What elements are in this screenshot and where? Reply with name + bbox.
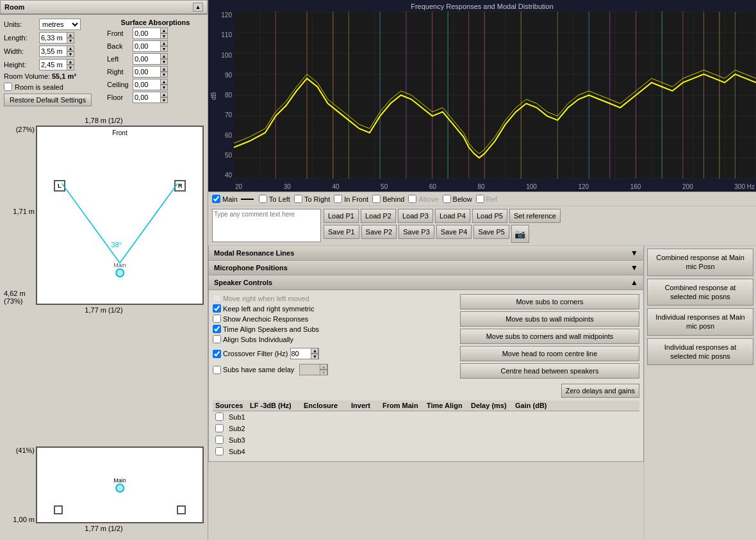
sub2-label: Sub2 — [229, 425, 254, 432]
individual-main-button[interactable]: Individual responses at Main mic posn — [647, 308, 753, 336]
height-down[interactable]: ▼ — [67, 65, 74, 70]
ceiling-down[interactable]: ▼ — [160, 85, 168, 90]
height-row: Height: ▲ ▼ — [4, 59, 101, 70]
right-up[interactable]: ▲ — [160, 66, 168, 72]
length-up[interactable]: ▲ — [67, 32, 74, 38]
comment-textarea[interactable] — [212, 209, 321, 242]
behind-checkbox[interactable] — [372, 195, 381, 203]
left-up[interactable]: ▲ — [160, 53, 168, 59]
width-up[interactable]: ▲ — [67, 45, 74, 51]
left-panel: Room ▲ Units: metres feet Length: — [0, 0, 208, 540]
time-align-checkbox[interactable] — [213, 325, 221, 333]
combined-main-button[interactable]: Combined response at Main mic Posn — [647, 249, 753, 276]
back-up[interactable]: ▲ — [160, 40, 168, 46]
col-enclosure: Enclosure — [304, 402, 349, 409]
load-p5-button[interactable]: Load P5 — [472, 209, 507, 223]
front-input[interactable] — [135, 29, 160, 37]
ref-checkbox[interactable] — [476, 195, 484, 203]
above-checkbox[interactable] — [408, 195, 416, 203]
back-down[interactable]: ▼ — [160, 46, 168, 52]
length-down[interactable]: ▼ — [67, 38, 74, 44]
floor-down[interactable]: ▼ — [160, 97, 168, 103]
in-front-checkbox[interactable] — [334, 195, 342, 203]
load-buttons-row: Load P1 Load P2 Load P3 Load P4 Load P5 … — [324, 209, 561, 223]
floor-up[interactable]: ▲ — [160, 92, 168, 97]
sub3-checkbox[interactable] — [215, 436, 224, 444]
move-head-room-button[interactable]: Move head to room centre line — [460, 346, 639, 361]
align-subs-checkbox[interactable] — [213, 335, 221, 343]
camera-button[interactable]: 📷 — [511, 225, 529, 243]
left-down[interactable]: ▼ — [160, 59, 168, 65]
floor-input[interactable] — [135, 94, 160, 101]
speaker-controls-header[interactable]: Speaker Controls ▲ — [208, 275, 644, 290]
load-p2-button[interactable]: Load P2 — [361, 209, 396, 223]
sub1-checkbox[interactable] — [215, 413, 224, 421]
centre-head-button[interactable]: Centre head between speakers — [460, 363, 639, 379]
move-subs-corners-button[interactable]: Move subs to corners — [460, 294, 639, 309]
move-subs-corners-wall-button[interactable]: Move subs to corners and wall midpoints — [460, 329, 639, 344]
ceiling-up[interactable]: ▲ — [160, 79, 168, 85]
keep-symmetric-checkbox[interactable] — [213, 304, 221, 313]
speaker-controls-label: Speaker Controls — [214, 279, 272, 286]
individual-selected-button[interactable]: Individual responses at selected mic pos… — [647, 338, 753, 366]
front-up[interactable]: ▲ — [160, 28, 168, 33]
to-left-label: To Left — [269, 195, 290, 203]
to-right-checkbox[interactable] — [294, 195, 302, 203]
front-down[interactable]: ▼ — [160, 33, 168, 39]
crossover-input[interactable] — [291, 350, 310, 357]
set-reference-button[interactable]: Set reference — [509, 209, 561, 223]
right-speaker-marker[interactable]: R — [174, 180, 186, 192]
ceiling-input[interactable] — [135, 81, 160, 88]
sub2-checkbox[interactable] — [215, 424, 224, 432]
length-input[interactable] — [41, 34, 67, 42]
save-p4-button[interactable]: Save P4 — [436, 225, 472, 239]
crossover-checkbox[interactable] — [213, 350, 221, 358]
y-80: 80 — [225, 92, 232, 99]
left-input[interactable] — [135, 55, 160, 63]
left-speaker-marker[interactable]: L — [54, 180, 65, 192]
combined-selected-button[interactable]: Combined response at selected mic posns — [647, 279, 753, 306]
move-subs-wall-button[interactable]: Move subs to wall midpoints — [460, 311, 639, 327]
below-checkbox[interactable] — [443, 195, 451, 203]
load-p4-button[interactable]: Load P4 — [435, 209, 470, 223]
load-p3-button[interactable]: Load P3 — [398, 209, 433, 223]
units-select[interactable]: metres feet — [39, 19, 81, 30]
right-down[interactable]: ▼ — [160, 72, 168, 78]
save-p2-button[interactable]: Save P2 — [361, 225, 397, 239]
save-p3-button[interactable]: Save P3 — [399, 225, 434, 239]
restore-default-button[interactable]: Restore Default Settings — [4, 94, 92, 106]
crossover-down[interactable]: ▼ — [311, 354, 318, 359]
width-input[interactable] — [41, 47, 67, 55]
main-checkbox[interactable] — [212, 195, 220, 203]
show-anechoic-checkbox[interactable] — [213, 315, 221, 323]
right-input[interactable] — [135, 68, 160, 76]
main-checkbox-label: Main — [212, 195, 255, 203]
crossover-up[interactable]: ▲ — [311, 348, 318, 354]
to-left-checkbox[interactable] — [259, 195, 267, 203]
col-sources: Sources — [215, 402, 247, 409]
width-down[interactable]: ▼ — [67, 51, 74, 57]
load-p1-button[interactable]: Load P1 — [324, 209, 359, 223]
subs-delay-input[interactable] — [300, 366, 319, 373]
modal-resonance-header[interactable]: Modal Resonance Lines ▼ — [208, 246, 644, 261]
chart-container: Frequency Responses and Modal Distributi… — [208, 0, 756, 192]
align-subs-text: Align Subs Individually — [223, 336, 293, 343]
align-subs-label: Align Subs Individually — [213, 335, 454, 343]
back-input[interactable] — [135, 42, 160, 50]
main-head-side — [115, 484, 124, 493]
room-sealed-checkbox[interactable] — [4, 83, 12, 91]
subs-delay-up[interactable]: ▲ — [320, 364, 327, 370]
front-input-wrapper: ▲▼ — [133, 28, 168, 39]
save-p5-button[interactable]: Save P5 — [473, 225, 509, 239]
zero-delays-button[interactable]: Zero delays and gains — [561, 384, 639, 398]
height-up[interactable]: ▲ — [67, 59, 74, 65]
save-p1-button[interactable]: Save P1 — [324, 225, 359, 239]
collapse-button[interactable]: ▲ — [193, 3, 203, 12]
floor-row: Floor ▲▼ — [107, 92, 204, 103]
sub4-checkbox[interactable] — [215, 447, 224, 455]
microphone-header[interactable]: Microphone Positions ▼ — [208, 261, 644, 275]
speaker-controls-chevron: ▲ — [630, 278, 638, 287]
subs-delay-checkbox[interactable] — [213, 366, 221, 374]
height-input[interactable] — [41, 61, 67, 69]
subs-delay-down[interactable]: ▼ — [320, 370, 327, 375]
